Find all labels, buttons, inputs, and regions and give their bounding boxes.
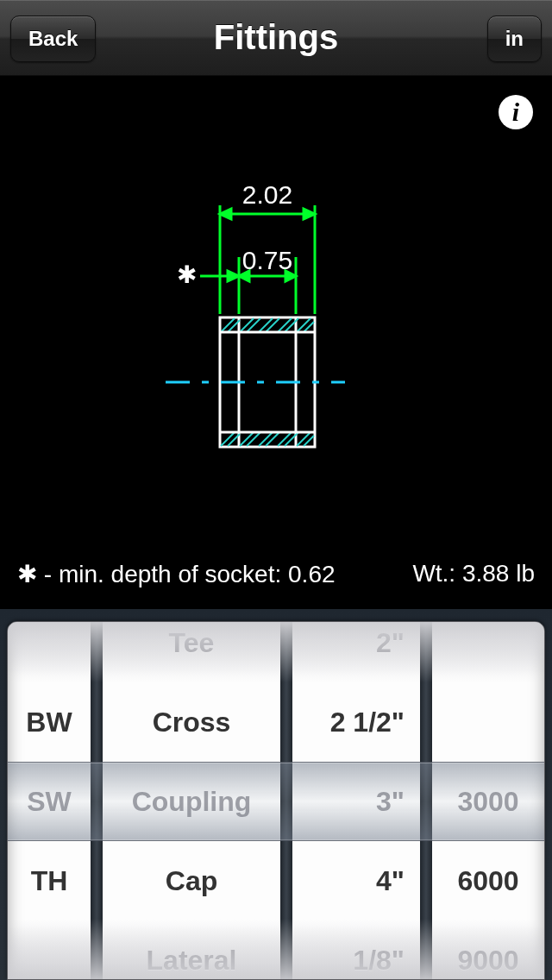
picker-item: 4": [292, 841, 420, 920]
navbar: Back Fittings in: [0, 0, 552, 76]
picker-item: [432, 622, 544, 682]
picker-item: 6000: [432, 841, 544, 920]
weight-prefix: Wt.:: [412, 560, 462, 587]
picker-item: [8, 622, 91, 682]
picker-separator: [280, 622, 292, 979]
picker-item: [8, 920, 91, 979]
picker-item: Cap: [103, 841, 280, 920]
picker-col-type[interactable]: BW SW TH: [8, 622, 91, 979]
info-row: ✱ - min. depth of socket: 0.62 Wt.: 3.88…: [0, 560, 552, 588]
picker-item: Cross: [103, 682, 280, 762]
picker-item: 9000: [432, 920, 544, 979]
picker-item: 2 1/2": [292, 682, 420, 762]
picker-col-class[interactable]: 3000 6000 9000: [432, 622, 544, 979]
picker-col-size[interactable]: 2" 2 1/2" 3" 4" 1/8": [292, 622, 420, 979]
outer-width-label: 2.02: [242, 180, 292, 209]
unit-toggle-button[interactable]: in: [487, 16, 542, 62]
picker-item: 2": [292, 622, 420, 682]
picker-col-shape[interactable]: Tee Cross Coupling Cap Lateral: [103, 622, 280, 979]
picker-item: 3": [292, 762, 420, 841]
picker-item: 3000: [432, 762, 544, 841]
picker-item: Tee: [103, 622, 280, 682]
inner-width-label: 0.75: [242, 246, 292, 274]
weight-note: Wt.: 3.88 lb: [412, 560, 535, 588]
picker-separator: [420, 622, 432, 979]
back-button-label: Back: [28, 27, 78, 51]
picker-area: BW SW TH Tee Cross Coupling Cap Lateral …: [0, 609, 552, 980]
picker-separator: [91, 622, 103, 979]
back-button[interactable]: Back: [10, 16, 96, 62]
picker-item: [432, 682, 544, 762]
unit-toggle-label: in: [505, 27, 524, 51]
picker-item: SW: [8, 762, 91, 841]
fitting-diagram: 2.02 0.75 ✱: [0, 76, 552, 609]
picker-item: Lateral: [103, 920, 280, 979]
socket-note-prefix: ✱ - min. depth of socket:: [17, 561, 288, 587]
picker-item: TH: [8, 841, 91, 920]
picker-frame: BW SW TH Tee Cross Coupling Cap Lateral …: [7, 621, 545, 980]
picker-item: Coupling: [103, 762, 280, 841]
socket-depth-note: ✱ - min. depth of socket: 0.62: [17, 560, 336, 588]
diagram-area: i 2.02: [0, 76, 552, 609]
picker-item: 1/8": [292, 920, 420, 979]
weight-value: 3.88 lb: [462, 560, 535, 587]
page-title: Fittings: [214, 18, 338, 57]
socket-depth-value: 0.62: [288, 561, 336, 587]
asterisk-marker: ✱: [177, 261, 197, 288]
picker-item: BW: [8, 682, 91, 762]
